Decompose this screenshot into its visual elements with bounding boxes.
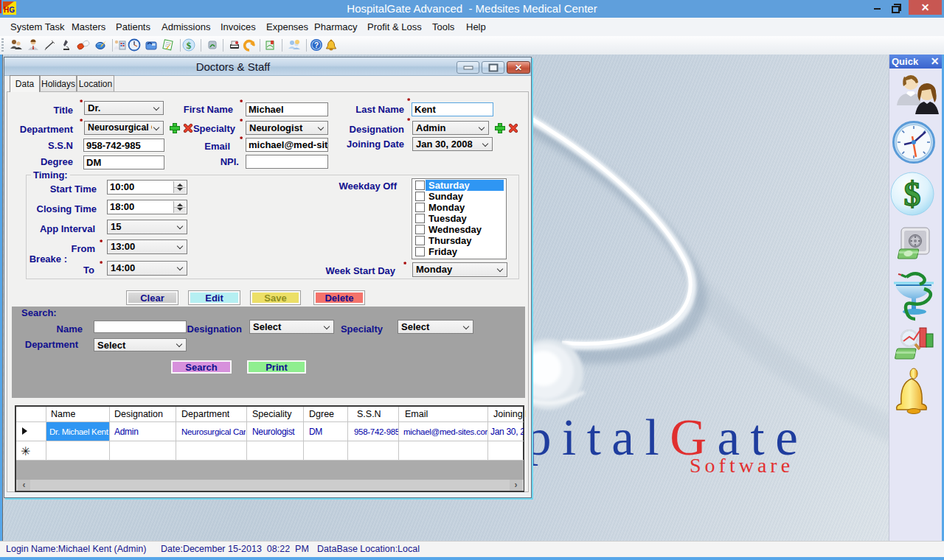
svg-text:?: ? (314, 41, 319, 49)
svg-text:$: $ (187, 40, 192, 51)
svg-text:$: $ (904, 175, 921, 213)
